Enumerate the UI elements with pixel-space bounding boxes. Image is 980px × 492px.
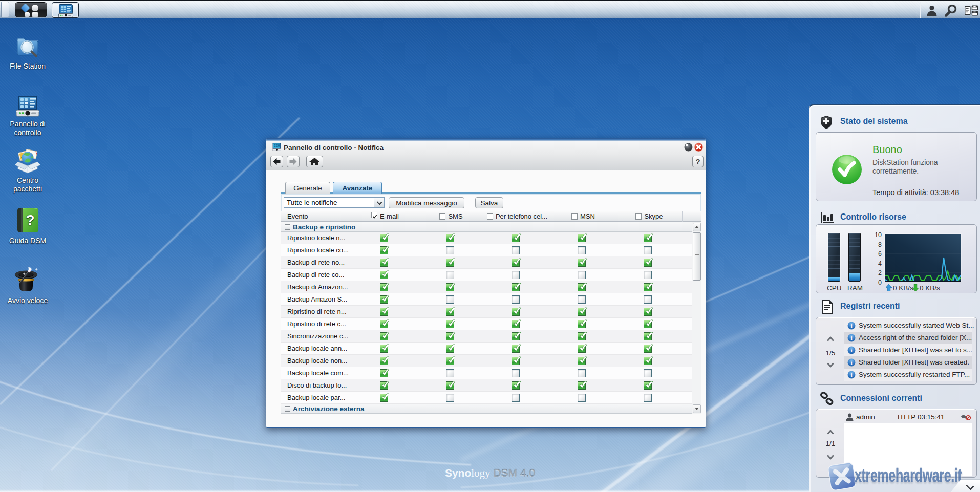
svg-text:i: i xyxy=(850,372,852,378)
svg-text:i: i xyxy=(850,323,852,329)
svg-text:i: i xyxy=(850,359,852,366)
svg-text:?: ? xyxy=(26,212,34,228)
svg-text:i: i xyxy=(850,347,852,353)
svg-text:i: i xyxy=(850,335,852,341)
